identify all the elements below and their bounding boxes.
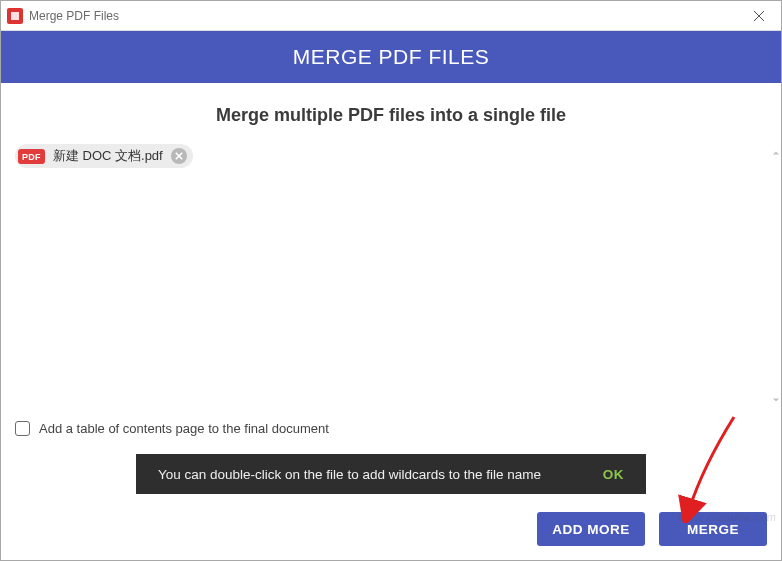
toast-ok-button[interactable]: OK bbox=[603, 467, 624, 482]
add-more-button[interactable]: ADD MORE bbox=[537, 512, 645, 546]
banner: MERGE PDF FILES bbox=[1, 31, 781, 83]
toast-message: You can double-click on the file to add … bbox=[158, 467, 541, 482]
action-buttons: ADD MORE MERGE bbox=[15, 512, 767, 546]
window-title: Merge PDF Files bbox=[29, 9, 119, 23]
scroll-up-button[interactable] bbox=[769, 146, 782, 160]
close-icon bbox=[754, 11, 764, 21]
merge-pdf-window: Merge PDF Files MERGE PDF FILES Merge mu… bbox=[0, 0, 782, 561]
footer: Add a table of contents page to the fina… bbox=[1, 409, 781, 560]
close-icon bbox=[175, 152, 183, 160]
file-list-area: PDF 新建 DOC 文档.pdf bbox=[1, 144, 781, 409]
scroll-down-button[interactable] bbox=[769, 393, 782, 407]
toc-option-row: Add a table of contents page to the fina… bbox=[15, 421, 767, 436]
close-button[interactable] bbox=[737, 1, 781, 31]
toc-label: Add a table of contents page to the fina… bbox=[39, 421, 329, 436]
hint-toast: You can double-click on the file to add … bbox=[136, 454, 646, 494]
svg-rect-0 bbox=[11, 12, 19, 20]
titlebar-left: Merge PDF Files bbox=[7, 8, 119, 24]
app-icon bbox=[7, 8, 23, 24]
chevron-down-icon bbox=[772, 396, 780, 404]
titlebar: Merge PDF Files bbox=[1, 1, 781, 31]
page-subtitle: Merge multiple PDF files into a single f… bbox=[1, 83, 781, 144]
scrollbar bbox=[769, 144, 782, 409]
pdf-badge-icon: PDF bbox=[18, 149, 45, 164]
banner-title: MERGE PDF FILES bbox=[293, 45, 490, 69]
chevron-up-icon bbox=[772, 149, 780, 157]
merge-button[interactable]: MERGE bbox=[659, 512, 767, 546]
toc-checkbox[interactable] bbox=[15, 421, 30, 436]
remove-file-button[interactable] bbox=[171, 148, 187, 164]
file-chip[interactable]: PDF 新建 DOC 文档.pdf bbox=[15, 144, 193, 168]
file-name: 新建 DOC 文档.pdf bbox=[53, 147, 163, 165]
